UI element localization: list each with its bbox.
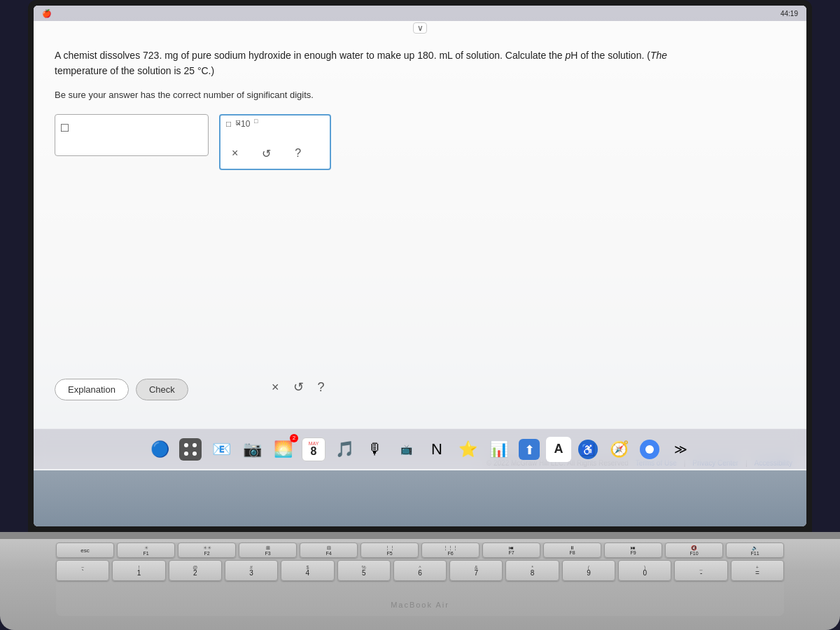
key-f10[interactable]: 🔇 F10 bbox=[665, 542, 723, 558]
key-f2[interactable]: ☀☀ F2 bbox=[178, 542, 236, 558]
chevron-down-button[interactable]: ∨ bbox=[413, 22, 427, 34]
svg-text:♿: ♿ bbox=[581, 443, 595, 456]
key-equals[interactable]: + = bbox=[731, 560, 784, 581]
key-7[interactable]: & 7 bbox=[449, 560, 503, 581]
dock-icon-accessibility[interactable]: ♿ bbox=[574, 435, 602, 463]
key-1[interactable]: ! 1 bbox=[112, 560, 165, 581]
key-f8[interactable]: ⏸ F8 bbox=[543, 542, 601, 558]
svg-point-2 bbox=[192, 443, 197, 447]
svg-rect-0 bbox=[179, 438, 202, 461]
menu-bar-left: 🍎 bbox=[42, 9, 52, 18]
svg-point-10 bbox=[645, 445, 654, 454]
dock-icon-appletv[interactable]: 📺 bbox=[392, 435, 420, 463]
key-0[interactable]: ) 0 bbox=[618, 560, 671, 581]
dock-icon-font[interactable]: A bbox=[546, 437, 571, 462]
dock-icon-upload[interactable]: ⬆ bbox=[515, 435, 543, 463]
key-f9[interactable]: ⏭ F9 bbox=[604, 542, 662, 558]
dock-icon-finder[interactable]: 🔵 bbox=[146, 435, 174, 463]
answer-area: □ □ □ ×10 □ × ↺ ? bbox=[55, 114, 785, 170]
key-3[interactable]: # 3 bbox=[225, 560, 278, 581]
dock-icon-safari[interactable]: 🧭 bbox=[605, 435, 633, 463]
macos-dock: 🔵 📧 📷 🌅 2 bbox=[34, 428, 806, 469]
main-answer-input[interactable]: □ bbox=[55, 114, 209, 156]
bottom-buttons: Explanation Check bbox=[55, 379, 188, 400]
photos-badge: 2 bbox=[290, 434, 298, 442]
key-8[interactable]: * 8 bbox=[505, 560, 559, 581]
dock-icon-facetime[interactable]: 📷 bbox=[238, 435, 266, 463]
key-esc[interactable]: esc bbox=[56, 542, 114, 558]
laptop-body: esc ☀ F1 ☀☀ F2 ⊞ F3 ⊟ F4 ⋮⋮ F5 ⋮⋮⋮ bbox=[0, 532, 840, 630]
undo-button[interactable]: ↺ bbox=[256, 144, 276, 163]
key-5[interactable]: % 5 bbox=[337, 560, 391, 581]
key-f3[interactable]: ⊞ F3 bbox=[239, 542, 297, 558]
key-f6[interactable]: ⋮⋮⋮ F6 bbox=[421, 542, 479, 558]
screen: 🍎 44:19 ∨ A chemist dissolves 723. mg of… bbox=[34, 6, 806, 526]
dock-icon-launchpad[interactable] bbox=[176, 435, 204, 463]
key-f4[interactable]: ⊟ F4 bbox=[300, 542, 358, 558]
dock-icon-starred[interactable]: ⭐ bbox=[454, 435, 482, 463]
undo-icon[interactable]: ↺ bbox=[293, 379, 304, 395]
key-6[interactable]: ^ 6 bbox=[393, 560, 447, 581]
clear-button[interactable]: × bbox=[226, 144, 244, 163]
help-icon[interactable]: ? bbox=[318, 380, 325, 395]
menu-bar-right: 44:19 bbox=[780, 10, 798, 18]
apple-menu-icon[interactable]: 🍎 bbox=[42, 9, 52, 18]
svg-point-3 bbox=[184, 451, 188, 456]
dock-icon-charts[interactable]: 📊 bbox=[484, 435, 512, 463]
key-2[interactable]: @ 2 bbox=[169, 560, 222, 581]
dock-icon-music[interactable]: 🎵 bbox=[330, 435, 358, 463]
key-9[interactable]: ( 9 bbox=[562, 560, 615, 581]
x10-label: ×10 bbox=[236, 119, 250, 129]
sci-notation-label: □ bbox=[226, 119, 231, 129]
dock-icon-calendar[interactable]: MAY 8 bbox=[300, 435, 328, 463]
svg-text:⬆: ⬆ bbox=[524, 443, 535, 457]
key-f5[interactable]: ⋮⋮ F5 bbox=[360, 542, 419, 558]
dock-icon-photos[interactable]: 🌅 2 bbox=[269, 435, 297, 463]
screen-bezel: 🍎 44:19 ∨ A chemist dissolves 723. mg of… bbox=[28, 0, 812, 532]
dock-icon-mail[interactable]: 📧 bbox=[207, 435, 235, 463]
dock-icon-chrome[interactable] bbox=[636, 435, 664, 463]
screen-content: 🍎 44:19 ∨ A chemist dissolves 723. mg of… bbox=[34, 6, 806, 526]
macbook-label: MacBook Air bbox=[0, 601, 840, 609]
explanation-button[interactable]: Explanation bbox=[55, 379, 129, 400]
menu-bar: 🍎 44:19 bbox=[34, 6, 806, 21]
key-4[interactable]: $ 4 bbox=[281, 560, 334, 581]
instruction-text: Be sure your answer has the correct numb… bbox=[55, 90, 785, 100]
key-minus[interactable]: _ - bbox=[674, 560, 727, 581]
key-f11[interactable]: 🔉 F11 bbox=[726, 542, 784, 558]
dock-icon-airplay[interactable]: ≫ bbox=[666, 435, 694, 463]
svg-point-1 bbox=[184, 443, 188, 447]
dock-icon-news[interactable]: N bbox=[423, 435, 451, 463]
menu-bar-time: 44:19 bbox=[780, 10, 798, 18]
svg-point-4 bbox=[192, 451, 197, 456]
check-button[interactable]: Check bbox=[136, 379, 188, 400]
question-text: A chemist dissolves 723. mg of pure sodi… bbox=[55, 48, 785, 79]
key-tilde[interactable]: ~ ` bbox=[56, 560, 109, 581]
key-f1[interactable]: ☀ F1 bbox=[117, 542, 175, 558]
dock-icon-podcasts[interactable]: 🎙 bbox=[361, 435, 389, 463]
key-f7[interactable]: ⏮ F7 bbox=[482, 542, 540, 558]
clear-icon[interactable]: × bbox=[272, 380, 279, 395]
laptop-hinge bbox=[0, 532, 840, 539]
x10-superscript: □ bbox=[254, 118, 258, 125]
sci-notation-box[interactable]: □ □ ×10 □ × ↺ ? bbox=[219, 114, 331, 170]
main-content-area: ∨ A chemist dissolves 723. mg of pure so… bbox=[34, 21, 806, 470]
help-button[interactable]: ? bbox=[289, 144, 307, 163]
